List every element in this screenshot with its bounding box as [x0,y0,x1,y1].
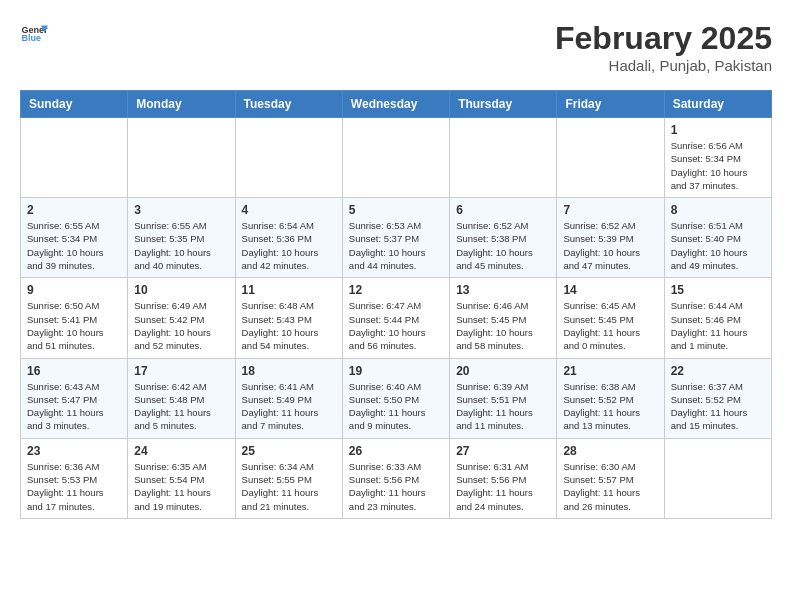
day-info: Sunrise: 6:49 AM Sunset: 5:42 PM Dayligh… [134,299,228,352]
calendar-cell: 3Sunrise: 6:55 AM Sunset: 5:35 PM Daylig… [128,198,235,278]
day-number: 13 [456,283,550,297]
weekday-header-sunday: Sunday [21,91,128,118]
calendar-cell: 5Sunrise: 6:53 AM Sunset: 5:37 PM Daylig… [342,198,449,278]
calendar-cell: 28Sunrise: 6:30 AM Sunset: 5:57 PM Dayli… [557,438,664,518]
day-info: Sunrise: 6:37 AM Sunset: 5:52 PM Dayligh… [671,380,765,433]
calendar-cell: 22Sunrise: 6:37 AM Sunset: 5:52 PM Dayli… [664,358,771,438]
day-info: Sunrise: 6:30 AM Sunset: 5:57 PM Dayligh… [563,460,657,513]
day-number: 10 [134,283,228,297]
calendar-cell [450,118,557,198]
day-number: 25 [242,444,336,458]
calendar-cell: 16Sunrise: 6:43 AM Sunset: 5:47 PM Dayli… [21,358,128,438]
calendar-week-row: 23Sunrise: 6:36 AM Sunset: 5:53 PM Dayli… [21,438,772,518]
calendar-cell: 14Sunrise: 6:45 AM Sunset: 5:45 PM Dayli… [557,278,664,358]
calendar-cell [342,118,449,198]
day-number: 20 [456,364,550,378]
day-number: 4 [242,203,336,217]
calendar-cell: 9Sunrise: 6:50 AM Sunset: 5:41 PM Daylig… [21,278,128,358]
day-number: 16 [27,364,121,378]
calendar-cell: 4Sunrise: 6:54 AM Sunset: 5:36 PM Daylig… [235,198,342,278]
day-number: 12 [349,283,443,297]
calendar-cell: 26Sunrise: 6:33 AM Sunset: 5:56 PM Dayli… [342,438,449,518]
calendar-cell: 7Sunrise: 6:52 AM Sunset: 5:39 PM Daylig… [557,198,664,278]
day-info: Sunrise: 6:53 AM Sunset: 5:37 PM Dayligh… [349,219,443,272]
day-number: 5 [349,203,443,217]
calendar-cell: 12Sunrise: 6:47 AM Sunset: 5:44 PM Dayli… [342,278,449,358]
day-number: 2 [27,203,121,217]
title-block: February 2025 Hadali, Punjab, Pakistan [555,20,772,74]
day-number: 11 [242,283,336,297]
weekday-header-saturday: Saturday [664,91,771,118]
day-number: 9 [27,283,121,297]
calendar-cell [128,118,235,198]
calendar-cell [557,118,664,198]
day-info: Sunrise: 6:51 AM Sunset: 5:40 PM Dayligh… [671,219,765,272]
calendar-cell: 21Sunrise: 6:38 AM Sunset: 5:52 PM Dayli… [557,358,664,438]
day-number: 27 [456,444,550,458]
weekday-header-friday: Friday [557,91,664,118]
day-info: Sunrise: 6:38 AM Sunset: 5:52 PM Dayligh… [563,380,657,433]
calendar-cell: 18Sunrise: 6:41 AM Sunset: 5:49 PM Dayli… [235,358,342,438]
day-info: Sunrise: 6:35 AM Sunset: 5:54 PM Dayligh… [134,460,228,513]
day-number: 26 [349,444,443,458]
calendar-cell: 27Sunrise: 6:31 AM Sunset: 5:56 PM Dayli… [450,438,557,518]
day-info: Sunrise: 6:41 AM Sunset: 5:49 PM Dayligh… [242,380,336,433]
calendar-cell [235,118,342,198]
day-number: 1 [671,123,765,137]
day-number: 15 [671,283,765,297]
day-info: Sunrise: 6:55 AM Sunset: 5:34 PM Dayligh… [27,219,121,272]
day-info: Sunrise: 6:47 AM Sunset: 5:44 PM Dayligh… [349,299,443,352]
day-number: 17 [134,364,228,378]
calendar-cell: 2Sunrise: 6:55 AM Sunset: 5:34 PM Daylig… [21,198,128,278]
calendar-cell: 20Sunrise: 6:39 AM Sunset: 5:51 PM Dayli… [450,358,557,438]
day-info: Sunrise: 6:54 AM Sunset: 5:36 PM Dayligh… [242,219,336,272]
day-info: Sunrise: 6:42 AM Sunset: 5:48 PM Dayligh… [134,380,228,433]
calendar-cell: 25Sunrise: 6:34 AM Sunset: 5:55 PM Dayli… [235,438,342,518]
weekday-header-wednesday: Wednesday [342,91,449,118]
month-title: February 2025 [555,20,772,57]
day-number: 8 [671,203,765,217]
day-info: Sunrise: 6:34 AM Sunset: 5:55 PM Dayligh… [242,460,336,513]
weekday-header-monday: Monday [128,91,235,118]
page-header: General Blue February 2025 Hadali, Punja… [20,20,772,74]
day-number: 28 [563,444,657,458]
calendar-cell: 17Sunrise: 6:42 AM Sunset: 5:48 PM Dayli… [128,358,235,438]
calendar-week-row: 1Sunrise: 6:56 AM Sunset: 5:34 PM Daylig… [21,118,772,198]
day-number: 24 [134,444,228,458]
calendar-cell: 6Sunrise: 6:52 AM Sunset: 5:38 PM Daylig… [450,198,557,278]
day-info: Sunrise: 6:55 AM Sunset: 5:35 PM Dayligh… [134,219,228,272]
day-number: 14 [563,283,657,297]
weekday-header-tuesday: Tuesday [235,91,342,118]
calendar-cell: 10Sunrise: 6:49 AM Sunset: 5:42 PM Dayli… [128,278,235,358]
calendar-cell: 13Sunrise: 6:46 AM Sunset: 5:45 PM Dayli… [450,278,557,358]
day-info: Sunrise: 6:43 AM Sunset: 5:47 PM Dayligh… [27,380,121,433]
day-info: Sunrise: 6:33 AM Sunset: 5:56 PM Dayligh… [349,460,443,513]
calendar-cell: 24Sunrise: 6:35 AM Sunset: 5:54 PM Dayli… [128,438,235,518]
day-info: Sunrise: 6:31 AM Sunset: 5:56 PM Dayligh… [456,460,550,513]
day-number: 23 [27,444,121,458]
calendar-week-row: 2Sunrise: 6:55 AM Sunset: 5:34 PM Daylig… [21,198,772,278]
day-info: Sunrise: 6:36 AM Sunset: 5:53 PM Dayligh… [27,460,121,513]
day-info: Sunrise: 6:40 AM Sunset: 5:50 PM Dayligh… [349,380,443,433]
day-number: 6 [456,203,550,217]
day-info: Sunrise: 6:46 AM Sunset: 5:45 PM Dayligh… [456,299,550,352]
weekday-header-thursday: Thursday [450,91,557,118]
calendar-cell [664,438,771,518]
logo: General Blue [20,20,48,48]
day-info: Sunrise: 6:56 AM Sunset: 5:34 PM Dayligh… [671,139,765,192]
calendar-cell: 8Sunrise: 6:51 AM Sunset: 5:40 PM Daylig… [664,198,771,278]
day-number: 18 [242,364,336,378]
day-info: Sunrise: 6:52 AM Sunset: 5:38 PM Dayligh… [456,219,550,272]
day-number: 7 [563,203,657,217]
calendar-cell: 19Sunrise: 6:40 AM Sunset: 5:50 PM Dayli… [342,358,449,438]
location-title: Hadali, Punjab, Pakistan [555,57,772,74]
day-number: 3 [134,203,228,217]
day-info: Sunrise: 6:50 AM Sunset: 5:41 PM Dayligh… [27,299,121,352]
day-info: Sunrise: 6:39 AM Sunset: 5:51 PM Dayligh… [456,380,550,433]
day-number: 21 [563,364,657,378]
calendar-cell: 11Sunrise: 6:48 AM Sunset: 5:43 PM Dayli… [235,278,342,358]
weekday-header-row: SundayMondayTuesdayWednesdayThursdayFrid… [21,91,772,118]
calendar-cell: 15Sunrise: 6:44 AM Sunset: 5:46 PM Dayli… [664,278,771,358]
calendar-cell [21,118,128,198]
svg-text:Blue: Blue [21,33,41,43]
